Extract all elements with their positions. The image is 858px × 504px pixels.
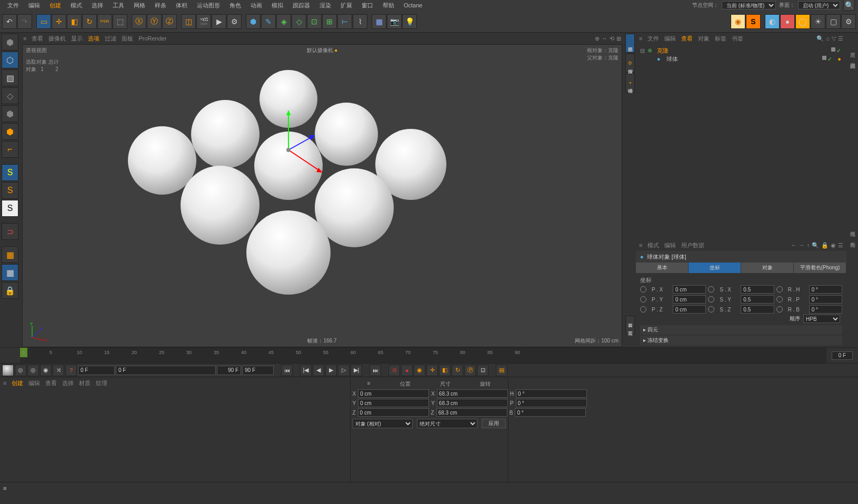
- edge-mode-icon[interactable]: ⌐: [2, 141, 18, 158]
- cp-mode-select[interactable]: 对象 (相对): [353, 419, 413, 428]
- timeline-ruler[interactable]: 051015202530354045505560657075808590: [20, 348, 826, 363]
- mat-tab-edit[interactable]: 编辑: [28, 379, 40, 387]
- shuffle-icon[interactable]: ⤮: [53, 365, 64, 376]
- next-frame-icon[interactable]: ▷: [338, 365, 350, 376]
- vp-tab-view[interactable]: 查看: [32, 35, 43, 43]
- viewport[interactable]: 透视视图 默认摄像机 ● 根对象：克隆父对象：克隆 选取对象 总计 对象 1 2: [22, 44, 622, 347]
- spline-icon[interactable]: ✎: [261, 14, 276, 29]
- next-key-icon[interactable]: ▶|: [351, 365, 362, 376]
- keyframe-sel-icon[interactable]: ◉: [414, 365, 425, 376]
- workplane-b-icon[interactable]: ▦: [2, 264, 18, 281]
- input-sy[interactable]: [741, 295, 774, 304]
- x-axis-icon[interactable]: Ⓧ: [132, 14, 146, 29]
- material-list[interactable]: [0, 389, 350, 482]
- goto-end-icon[interactable]: ⏭: [370, 365, 381, 376]
- coord-sys-icon[interactable]: ◫: [181, 14, 196, 29]
- cp-px[interactable]: [358, 389, 429, 398]
- subtab-coord[interactable]: 坐标: [689, 263, 741, 273]
- magnet-icon[interactable]: ⌇: [353, 14, 367, 29]
- generator-icon[interactable]: ◈: [276, 14, 291, 29]
- uv-mode-icon[interactable]: ⬢: [2, 105, 18, 122]
- input-rp[interactable]: [809, 295, 842, 304]
- menu-character[interactable]: 角色: [225, 1, 245, 11]
- vp-nav-3-icon[interactable]: ⟲: [610, 35, 614, 42]
- vp-tab-filter[interactable]: 过滤: [105, 35, 116, 43]
- timeline-view-icon[interactable]: ▤: [496, 365, 507, 376]
- anim-radio[interactable]: [708, 306, 714, 313]
- help-icon[interactable]: ?: [65, 365, 77, 376]
- octane-icon[interactable]: S: [746, 14, 761, 29]
- attr-pin-icon[interactable]: ◉: [831, 242, 836, 249]
- attr-fwd-icon[interactable]: →: [799, 242, 805, 249]
- cp-py[interactable]: [358, 399, 429, 407]
- hamburger-icon[interactable]: ≡: [367, 380, 371, 388]
- frame-end-display[interactable]: [217, 366, 241, 375]
- om-tab-file[interactable]: 文件: [647, 35, 659, 43]
- lasso-icon[interactable]: ⬚: [113, 14, 127, 29]
- mat-tab-view[interactable]: 查看: [45, 379, 57, 387]
- point-mode-icon[interactable]: ⬢: [2, 123, 18, 140]
- nav-project[interactable]: ▦工程: [625, 316, 635, 335]
- autokey-icon[interactable]: ●: [401, 365, 413, 376]
- attr-up-icon[interactable]: ↑: [807, 242, 810, 249]
- camera-icon[interactable]: 📷: [387, 14, 402, 29]
- prev-key-icon[interactable]: |◀: [300, 365, 312, 376]
- preset-b-icon[interactable]: ◎: [27, 365, 39, 376]
- texture-mode-icon[interactable]: ▨: [2, 69, 18, 86]
- input-pz[interactable]: [673, 305, 706, 314]
- snap-b-icon[interactable]: S: [2, 182, 18, 199]
- rotate-tool-icon[interactable]: ↻: [82, 14, 97, 29]
- key-pla-icon[interactable]: ⊡: [477, 365, 488, 376]
- attr-menu-icon[interactable]: ☰: [838, 242, 843, 249]
- om-home-icon[interactable]: ⌂: [826, 35, 830, 42]
- vp-tab-display[interactable]: 显示: [71, 35, 83, 43]
- menu-simulate[interactable]: 模拟: [267, 1, 287, 11]
- key-rot-icon[interactable]: ↻: [452, 365, 463, 376]
- menu-octane[interactable]: Octane: [400, 1, 426, 9]
- prev-frame-icon[interactable]: ◀: [313, 365, 324, 376]
- input-rh[interactable]: [809, 285, 842, 294]
- move-tool-icon[interactable]: ✛: [52, 14, 66, 29]
- vtab-attributes[interactable]: 属性: [847, 222, 857, 233]
- menu-extensions[interactable]: 扩展: [336, 1, 356, 11]
- cp-sx[interactable]: [437, 389, 508, 398]
- nav-move[interactable]: +移动: [625, 74, 635, 93]
- menu-render[interactable]: 渲染: [315, 1, 335, 11]
- anim-radio[interactable]: [776, 296, 783, 303]
- snap-c-icon[interactable]: S: [2, 200, 18, 217]
- anim-radio[interactable]: [776, 286, 783, 293]
- vp-nav-4-icon[interactable]: ⊞: [616, 35, 621, 42]
- menu-help[interactable]: 帮助: [378, 1, 398, 11]
- mograph-icon[interactable]: ⊞: [322, 14, 337, 29]
- vp-tab-options[interactable]: 选项: [88, 35, 99, 43]
- attr-back-icon[interactable]: ←: [791, 242, 797, 249]
- input-sx[interactable]: [741, 285, 774, 294]
- cp-size-select[interactable]: 绝对尺寸: [417, 419, 477, 428]
- subtab-object[interactable]: 对象: [741, 263, 794, 273]
- cp-sy[interactable]: [437, 399, 508, 407]
- rs-aov-icon[interactable]: ▢: [826, 14, 841, 29]
- render-view-icon[interactable]: 🎬: [196, 14, 211, 29]
- anim-radio[interactable]: [776, 306, 783, 313]
- input-px[interactable]: [673, 285, 706, 294]
- vtab-hierarchy[interactable]: 层次: [847, 43, 857, 54]
- workplane-a-icon[interactable]: ▦: [2, 246, 18, 263]
- preset-c-icon[interactable]: ◉: [40, 365, 52, 376]
- mat-tab-texture[interactable]: 纹理: [96, 379, 107, 387]
- om-tab-bookmarks[interactable]: 书签: [732, 35, 743, 43]
- menu-animate[interactable]: 动画: [246, 1, 266, 11]
- om-tab-tags[interactable]: 标签: [715, 35, 726, 43]
- preset-a-icon[interactable]: ◎: [15, 365, 26, 376]
- hamburger-icon[interactable]: ≡: [23, 35, 26, 42]
- input-sz[interactable]: [741, 305, 774, 314]
- magnet-tool-icon[interactable]: ⊃: [2, 223, 18, 240]
- menu-window[interactable]: 窗口: [357, 1, 377, 11]
- light-icon[interactable]: 💡: [402, 14, 417, 29]
- cp-sz[interactable]: [436, 408, 507, 417]
- om-tab-objects[interactable]: 对象: [698, 35, 710, 43]
- vtab-structure[interactable]: 构造: [847, 233, 857, 243]
- object-mode-icon[interactable]: ⬡: [2, 52, 18, 68]
- menu-select[interactable]: 选择: [87, 1, 107, 11]
- menu-edit[interactable]: 编辑: [24, 1, 44, 11]
- cp-pz[interactable]: [358, 408, 429, 417]
